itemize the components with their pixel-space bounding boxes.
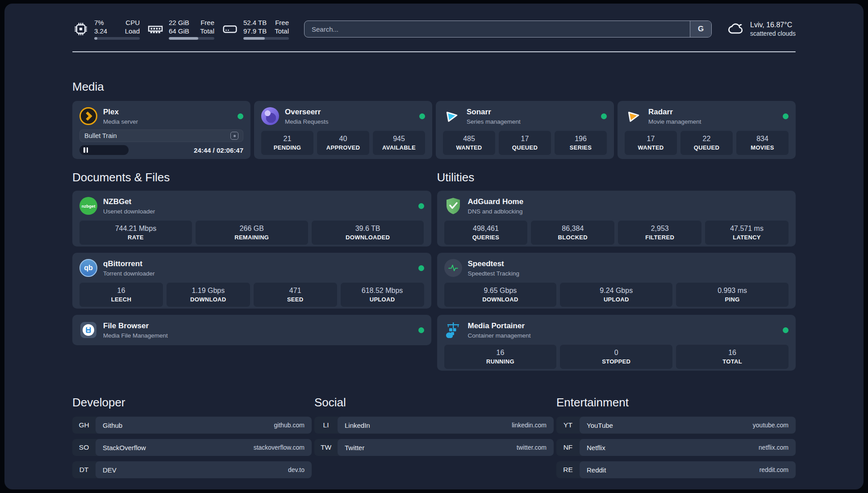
section-title-entertainment: Entertainment — [556, 396, 796, 409]
status-indicator — [601, 113, 607, 119]
filebrowser-icon — [79, 321, 97, 339]
radarr-icon — [625, 107, 643, 125]
service-card-filebrowser[interactable]: File Browser Media File Management — [72, 315, 431, 345]
bookmark-youtube[interactable]: YT YouTube youtube.com — [556, 417, 796, 434]
disk-free-label: Free — [275, 18, 289, 27]
utilities-column: Utilities — [437, 171, 796, 371]
stat-tile: 945 AVAILABLE — [373, 131, 425, 155]
memory-stat: 22 GiB 64 GiB Free Total — [147, 18, 214, 40]
cpu-stat: 7% 3.24 CPU Load — [72, 18, 140, 40]
bookmark-twitter[interactable]: TW Twitter twitter.com — [314, 439, 554, 456]
stat-tile: 17 WANTED — [625, 131, 677, 155]
status-indicator — [418, 203, 424, 209]
section-title-documents: Documents & Files — [72, 171, 431, 184]
service-card-qbittorrent[interactable]: qb qBittorrent Torrent downloader 16 LEE… — [72, 253, 431, 309]
bookmark-linkedin[interactable]: LI LinkedIn linkedin.com — [314, 417, 554, 434]
disk-progress-bar — [243, 37, 289, 40]
ram-icon — [147, 20, 164, 38]
pause-button[interactable] — [79, 145, 129, 155]
search-input[interactable] — [305, 21, 690, 37]
bookmark-github[interactable]: GH Github github.com — [72, 417, 312, 434]
service-name: Speedtest — [468, 259, 520, 268]
stat-tile: 16 RUNNING — [444, 345, 557, 369]
service-name: AdGuard Home — [468, 197, 524, 206]
bookmark-domain: netflix.com — [759, 444, 789, 451]
service-name: Overseerr — [285, 108, 329, 117]
disk-stat: 52.4 TB 97.9 TB Free Total — [221, 18, 289, 40]
bookmark-stackoverflow[interactable]: SO StackOverflow stackoverflow.com — [72, 439, 312, 456]
ram-progress-bar — [169, 37, 214, 40]
ram-free-label: Free — [200, 18, 214, 27]
dashboard: 7% 3.24 CPU Load — [4, 4, 864, 489]
bookmark-name: Reddit — [587, 466, 606, 474]
service-name: File Browser — [103, 322, 168, 330]
service-card-adguard[interactable]: AdGuard Home DNS and adblocking 498,461 … — [437, 191, 796, 246]
service-description: Usenet downloader — [103, 208, 155, 215]
service-description: Series management — [467, 118, 521, 125]
service-card-overseerr[interactable]: Overseerr Media Requests 21 PENDING 40 A… — [254, 101, 432, 159]
service-description: DNS and adblocking — [468, 208, 524, 215]
playback-time: 24:44 / 02:06:47 — [194, 146, 243, 154]
weather-location-temp: Lviv, 16.87°C — [750, 21, 796, 29]
plex-icon — [79, 107, 97, 125]
service-name: Plex — [103, 108, 138, 117]
bookmark-name: DEV — [103, 466, 117, 474]
service-card-radarr[interactable]: Radarr Movie management 17 WANTED 22 QUE… — [618, 101, 796, 159]
weather-condition: scattered clouds — [750, 30, 796, 37]
cpu-usage-value: 7% — [94, 18, 107, 27]
cpu-icon — [72, 20, 89, 38]
media-cards-row: Plex Media server Bullet Train 24:44 / 0… — [72, 101, 796, 159]
service-card-plex[interactable]: Plex Media server Bullet Train 24:44 / 0… — [72, 101, 250, 159]
bookmark-name: Github — [103, 422, 122, 429]
bookmark-group-social: Social LI LinkedIn linkedin.com TW Twitt… — [314, 396, 554, 484]
stat-tile: 196 SERIES — [555, 131, 607, 155]
stat-tile: 9.65 Gbps DOWNLOAD — [444, 283, 557, 307]
stat-tile: 1.19 Gbps DOWNLOAD — [167, 283, 250, 307]
service-name: Sonarr — [467, 108, 521, 117]
bookmark-reddit[interactable]: RE Reddit reddit.com — [556, 461, 796, 478]
stat-tile: 0.993 ms PING — [676, 283, 789, 307]
bookmark-dev[interactable]: DT DEV dev.to — [72, 461, 312, 478]
disk-icon — [221, 20, 238, 38]
service-card-nzbget[interactable]: nzbget NZBGet Usenet downloader 744.21 M… — [72, 191, 431, 246]
service-card-sonarr[interactable]: Sonarr Series management 485 WANTED 17 Q… — [436, 101, 614, 159]
disk-free-value: 52.4 TB — [243, 18, 267, 27]
service-card-portainer[interactable]: Media Portainer Container management 16 … — [437, 315, 796, 371]
stat-tile: 744.21 Mbps RATE — [79, 221, 192, 245]
bookmark-domain: linkedin.com — [512, 422, 547, 429]
bookmark-name: YouTube — [587, 422, 613, 429]
stat-tile: 834 MOVIES — [736, 131, 789, 155]
speedtest-icon — [444, 259, 462, 277]
bookmark-netflix[interactable]: NF Netflix netflix.com — [556, 439, 796, 456]
service-card-speedtest[interactable]: Speedtest Speedtest Tracking 9.65 Gbps D… — [437, 253, 796, 309]
bookmark-abbr: NF — [556, 439, 580, 456]
service-description: Media server — [103, 118, 138, 125]
search-engine-button[interactable]: G — [690, 21, 711, 37]
service-name: Media Portainer — [468, 322, 531, 330]
bookmark-name: StackOverflow — [103, 444, 146, 451]
status-indicator — [238, 113, 243, 119]
stat-tile: 498,461 QUERIES — [444, 221, 528, 245]
cpu-progress-bar — [94, 37, 140, 40]
bookmark-name: Netflix — [587, 444, 605, 451]
bookmark-domain: dev.to — [288, 466, 305, 473]
now-playing-row: Bullet Train — [79, 130, 243, 142]
pause-icon — [83, 147, 88, 153]
overseerr-icon — [261, 107, 279, 125]
qbittorrent-icon: qb — [79, 259, 97, 277]
ram-total-value: 64 GiB — [169, 27, 189, 35]
disk-total-value: 97.9 TB — [243, 27, 267, 35]
bookmark-domain: github.com — [274, 422, 305, 429]
service-description: Media Requests — [285, 118, 329, 125]
stat-tile: 17 QUEUED — [499, 131, 551, 155]
service-description: Movie management — [648, 118, 701, 125]
stat-tile: 39.6 TB DOWNLOADED — [312, 221, 424, 245]
bookmark-domain: twitter.com — [517, 444, 547, 451]
stat-tile: 16 LEECH — [79, 283, 163, 307]
stat-tile: 47.571 ms LATENCY — [705, 221, 789, 245]
service-description: Container management — [468, 332, 531, 339]
service-description: Media File Management — [103, 332, 168, 339]
bookmark-domain: reddit.com — [760, 466, 789, 473]
now-playing-title: Bullet Train — [84, 132, 117, 139]
cloud-icon — [727, 21, 745, 38]
